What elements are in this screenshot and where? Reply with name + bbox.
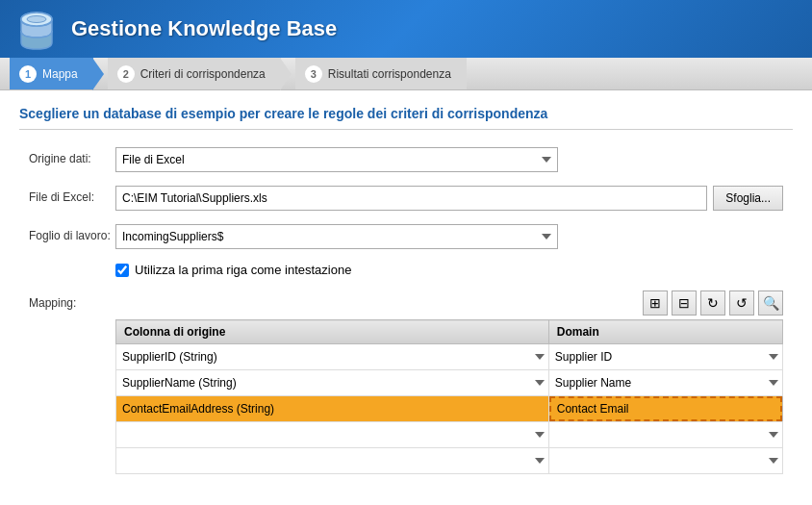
origine-control: File di Excel (115, 147, 783, 172)
source-select[interactable]: SupplierName (String) (116, 370, 548, 395)
form-section: Origine dati: File di Excel File di Exce… (19, 147, 793, 474)
domain-select[interactable] (549, 422, 782, 447)
domain-cell (548, 448, 782, 474)
step-1-num: 1 (19, 65, 37, 83)
breadcrumb-arrow-2 (280, 58, 292, 90)
zoom-button[interactable]: 🔍 (758, 290, 783, 316)
step-3-num: 3 (305, 65, 322, 83)
source-select[interactable] (116, 422, 548, 447)
col-header-source: Colonna di origine (116, 320, 549, 344)
foglio-row: Foglio di lavoro: IncomingSuppliers$ (29, 224, 783, 249)
table-row: SupplierID (String) Supplier ID (116, 344, 783, 370)
mapping-toolbar: ⊞ ⊟ ↻ ↺ 🔍 (115, 290, 783, 316)
step-3-label: Risultati corrispondenza (328, 67, 451, 81)
mapping-row: Mapping: ⊞ ⊟ ↻ ↺ 🔍 Colonna di origine Do… (29, 290, 783, 474)
breadcrumb-nav: 1 Mappa 2 Criteri di corrispondenza 3 Ri… (0, 58, 812, 90)
domain-cell (548, 422, 782, 448)
header: Gestione Knowledge Base (0, 0, 812, 58)
col-header-domain: Domain (548, 320, 782, 344)
domain-select[interactable]: Contact Email (549, 396, 782, 421)
first-row-checkbox[interactable] (115, 264, 129, 277)
source-cell: ContactEmailAddress (String) (116, 396, 549, 422)
table-row: ContactEmailAddress (String) Contact Ema… (116, 396, 783, 422)
checkbox-container: Utilizza la prima riga come intestazione (115, 263, 351, 277)
file-control: Sfoglia... (115, 186, 783, 211)
domain-select[interactable]: Supplier ID (549, 344, 782, 369)
breadcrumb-arrow-1 (92, 58, 104, 90)
breadcrumb-step-1[interactable]: 1 Mappa (10, 58, 93, 89)
file-label: File di Excel: (29, 186, 115, 204)
table-row (116, 448, 783, 474)
step-1-label: Mappa (42, 67, 78, 81)
origine-label: Origine dati: (29, 147, 115, 165)
mapping-content: ⊞ ⊟ ↻ ↺ 🔍 Colonna di origine Domain (115, 290, 783, 474)
source-select[interactable]: ContactEmailAddress (String) (116, 396, 548, 421)
file-path-input[interactable] (115, 186, 707, 211)
domain-select[interactable]: Supplier Name (549, 370, 782, 395)
source-cell (116, 422, 549, 448)
file-input-row: Sfoglia... (115, 186, 783, 211)
main-content: Scegliere un database di esempio per cre… (0, 90, 812, 505)
mapping-label: Mapping: (29, 290, 115, 310)
foglio-label: Foglio di lavoro: (29, 224, 115, 242)
domain-cell: Supplier Name (548, 370, 782, 396)
step-2-num: 2 (117, 65, 135, 83)
add-row-button[interactable]: ⊞ (643, 290, 668, 316)
page-title: Scegliere un database di esempio per cre… (19, 106, 793, 130)
breadcrumb-step-2[interactable]: 2 Criteri di corrispondenza (108, 58, 281, 89)
source-cell: SupplierID (String) (116, 344, 549, 370)
checkbox-label: Utilizza la prima riga come intestazione (135, 263, 351, 277)
breadcrumb-step-3[interactable]: 3 Risultati corrispondenza (295, 58, 467, 89)
source-cell: SupplierName (String) (116, 370, 549, 396)
mapping-table: Colonna di origine Domain SupplierID (St… (115, 319, 783, 474)
svg-point-2 (27, 16, 46, 23)
origine-select[interactable]: File di Excel (115, 147, 558, 172)
step-2-label: Criteri di corrispondenza (140, 67, 266, 81)
domain-cell: Supplier ID (548, 344, 782, 370)
source-select[interactable] (116, 448, 548, 473)
domain-cell: Contact Email (548, 396, 782, 422)
refresh-button[interactable]: ↻ (700, 290, 725, 316)
checkbox-row-wrapper: Utilizza la prima riga come intestazione (115, 263, 783, 277)
table-row: SupplierName (String) Supplier Name (116, 370, 783, 396)
browse-button[interactable]: Sfoglia... (713, 186, 783, 211)
database-icon (15, 8, 58, 50)
foglio-select[interactable]: IncomingSuppliers$ (115, 224, 558, 249)
foglio-control: IncomingSuppliers$ (115, 224, 783, 249)
app-title: Gestione Knowledge Base (71, 16, 337, 41)
file-row: File di Excel: Sfoglia... (29, 186, 783, 211)
origine-row: Origine dati: File di Excel (29, 147, 783, 172)
remove-row-button[interactable]: ⊟ (672, 290, 697, 316)
source-select[interactable]: SupplierID (String) (116, 344, 548, 369)
refresh-all-button[interactable]: ↺ (729, 290, 754, 316)
source-cell (116, 448, 549, 474)
domain-select[interactable] (549, 448, 782, 473)
table-row (116, 422, 783, 448)
